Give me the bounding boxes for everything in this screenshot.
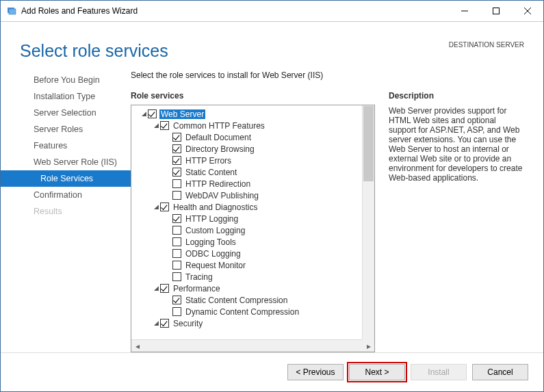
tree-node[interactable]: Tracing [133, 271, 373, 283]
tree-label[interactable]: ODBC Logging [184, 249, 242, 259]
tree-label[interactable]: Logging Tools [184, 237, 237, 247]
tree-label[interactable]: HTTP Errors [184, 156, 233, 166]
cancel-button[interactable]: Cancel [472, 364, 528, 380]
tree-label[interactable]: Custom Logging [184, 226, 246, 235]
tree-checkbox[interactable] [172, 179, 181, 188]
tree-node[interactable]: ◢Security [133, 317, 373, 329]
nav-server-roles[interactable]: Server Roles [1, 121, 131, 138]
tree-checkbox[interactable] [172, 168, 181, 177]
tree-checkbox[interactable] [172, 191, 181, 200]
tree-checkbox[interactable] [160, 284, 169, 293]
vertical-scrollbar[interactable] [362, 105, 374, 340]
tree-node[interactable]: Dynamic Content Compression [133, 306, 373, 317]
instruction-text: Select the role services to install for … [131, 70, 538, 80]
tree-node[interactable]: Static Content [133, 166, 373, 178]
tree-label[interactable]: Static Content Compression [184, 296, 289, 305]
tree-checkbox[interactable] [148, 109, 157, 118]
horizontal-scrollbar[interactable]: ◂ ▸ [131, 339, 374, 352]
tree-label[interactable]: WebDAV Publishing [184, 191, 260, 200]
tree-node[interactable]: ◢Health and Diagnostics [133, 201, 373, 213]
nav-before-you-begin[interactable]: Before You Begin [1, 72, 131, 88]
tree-node[interactable]: ◢Performance [133, 283, 373, 294]
maximize-button[interactable] [480, 1, 512, 21]
nav-results: Results [1, 203, 131, 220]
footer: < Previous Next > Install Cancel [1, 352, 543, 391]
minimize-button[interactable] [449, 1, 480, 21]
window-title: Add Roles and Features Wizard [21, 6, 449, 16]
destination-server-label: DESTINATION SERVER [449, 41, 524, 49]
tree-label[interactable]: Default Document [184, 133, 252, 142]
nav-features[interactable]: Features [1, 138, 131, 154]
tree-label[interactable]: HTTP Logging [184, 214, 239, 224]
tree-node[interactable]: Request Monitor [133, 259, 373, 271]
tree-checkbox[interactable] [172, 237, 181, 246]
svg-rect-1 [9, 9, 16, 14]
previous-button[interactable]: < Previous [287, 364, 344, 380]
tree-label[interactable]: Health and Diagnostics [172, 202, 259, 212]
tree-node[interactable]: ODBC Logging [133, 248, 373, 259]
window-controls [449, 1, 543, 21]
main-pane: Select the role services to install for … [131, 70, 543, 352]
tree-label[interactable]: Dynamic Content Compression [184, 307, 300, 317]
description-text: Web Server provides support for HTML Web… [389, 106, 526, 183]
page-title: Select role services [20, 41, 449, 61]
wizard-window: Add Roles and Features Wizard Select rol… [0, 0, 544, 392]
nav-confirmation[interactable]: Confirmation [1, 187, 131, 203]
tree-node[interactable]: Default Document [133, 131, 373, 143]
tree-checkbox[interactable] [160, 202, 169, 211]
description-panel: Description Web Server provides support … [389, 91, 538, 352]
tree-checkbox[interactable] [172, 226, 181, 235]
collapse-icon[interactable]: ◢ [152, 203, 160, 211]
tree-node[interactable]: ◢Web Server [133, 108, 373, 120]
tree-node[interactable]: Static Content Compression [133, 294, 373, 306]
tree-label[interactable]: Security [172, 319, 204, 328]
tree-node[interactable]: Directory Browsing [133, 143, 373, 155]
tree-checkbox[interactable] [172, 156, 181, 165]
tree-node[interactable]: ◢Common HTTP Features [133, 120, 373, 131]
tree-node[interactable]: Logging Tools [133, 236, 373, 248]
tree-node[interactable]: HTTP Errors [133, 155, 373, 166]
role-services-tree: ◢Web Server◢Common HTTP FeaturesDefault … [131, 105, 375, 352]
collapse-icon[interactable]: ◢ [140, 110, 148, 118]
tree-label[interactable]: Request Monitor [184, 261, 247, 270]
tree-checkbox[interactable] [172, 214, 181, 223]
app-icon [6, 5, 17, 16]
tree-checkbox[interactable] [160, 319, 169, 328]
tree-label[interactable]: Directory Browsing [184, 144, 256, 154]
tree-checkbox[interactable] [172, 133, 181, 142]
scroll-right-icon[interactable]: ▸ [363, 340, 374, 352]
tree-label[interactable]: Tracing [184, 272, 214, 282]
collapse-icon[interactable]: ◢ [152, 285, 160, 292]
next-button[interactable]: Next > [349, 364, 405, 380]
tree-label[interactable]: Common HTTP Features [172, 121, 266, 131]
tree-checkbox[interactable] [172, 296, 181, 304]
collapse-icon[interactable]: ◢ [152, 319, 160, 327]
tree-node[interactable]: HTTP Redirection [133, 178, 373, 190]
tree-checkbox[interactable] [172, 249, 181, 258]
header: Select role services DESTINATION SERVER [1, 22, 543, 70]
tree-label[interactable]: Static Content [184, 168, 238, 177]
tree-checkbox[interactable] [172, 307, 181, 316]
tree-checkbox[interactable] [172, 144, 181, 153]
description-heading: Description [389, 91, 526, 101]
tree-label[interactable]: HTTP Redirection [184, 179, 252, 189]
install-button[interactable]: Install [411, 364, 467, 380]
nav-web-server-role[interactable]: Web Server Role (IIS) [1, 154, 131, 170]
tree-label[interactable]: Web Server [159, 109, 205, 119]
collapse-icon[interactable]: ◢ [152, 122, 160, 129]
nav-role-services[interactable]: Role Services [1, 170, 131, 187]
nav-installation-type[interactable]: Installation Type [1, 88, 131, 105]
close-button[interactable] [512, 1, 543, 21]
tree-label[interactable]: Performance [172, 284, 222, 293]
tree-node[interactable]: WebDAV Publishing [133, 190, 373, 201]
tree-node[interactable]: HTTP Logging [133, 213, 373, 224]
tree-node[interactable]: Custom Logging [133, 224, 373, 236]
nav-server-selection[interactable]: Server Selection [1, 105, 131, 121]
titlebar: Add Roles and Features Wizard [1, 1, 543, 22]
scroll-left-icon[interactable]: ◂ [131, 340, 143, 352]
svg-rect-3 [493, 8, 500, 14]
tree-checkbox[interactable] [172, 261, 181, 270]
tree-checkbox[interactable] [160, 121, 169, 130]
tree-checkbox[interactable] [172, 272, 181, 281]
tree-heading: Role services [131, 91, 375, 101]
